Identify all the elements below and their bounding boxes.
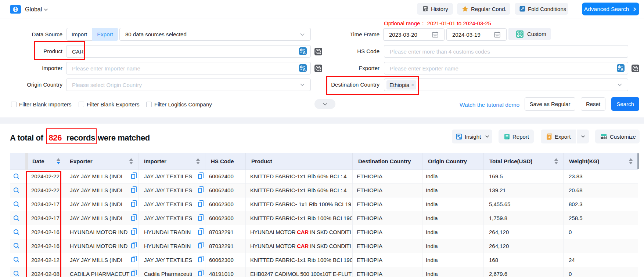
svg-text:A: A — [303, 50, 306, 55]
svg-text:A: A — [303, 67, 306, 72]
svg-text:BI: BI — [459, 136, 462, 139]
svg-text:A: A — [620, 67, 623, 72]
